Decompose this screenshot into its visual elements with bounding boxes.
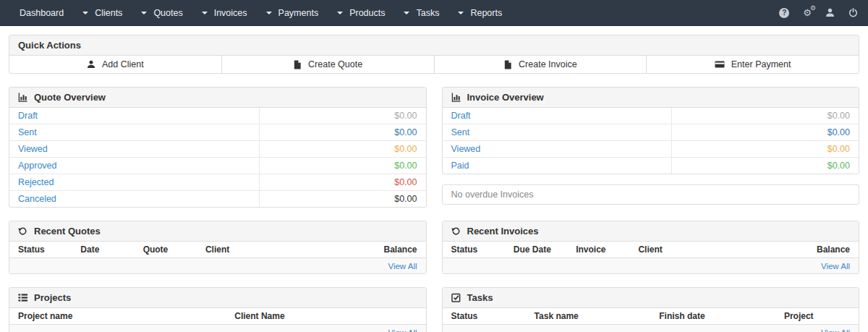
quote-status-amount: $0.00: [259, 174, 425, 190]
invoice-status-link-viewed[interactable]: Viewed: [443, 141, 672, 157]
column-header-project: Project: [775, 308, 859, 325]
caret-down-icon: [458, 12, 464, 14]
nav-label: Products: [349, 8, 385, 18]
invoice-overview-panel: Invoice Overview Draft $0.00 Sent $0.00 …: [442, 87, 860, 174]
panel-title: Invoice Overview: [467, 92, 544, 103]
recent-invoices-panel: Recent Invoices Status Due Date Invoice …: [442, 221, 860, 274]
settings-gears-icon[interactable]: ⚙ ⚙: [803, 7, 812, 19]
view-all-row: View All: [9, 258, 426, 274]
create-invoice-button[interactable]: Create Invoice: [435, 56, 647, 73]
create-quote-button[interactable]: Create Quote: [222, 56, 435, 73]
column-header-status: Status: [443, 242, 505, 258]
bar-chart-icon: [18, 93, 27, 102]
overview-row: Sent $0.00: [443, 124, 859, 140]
invoice-overview-cell: Invoice Overview Draft $0.00 Sent $0.00 …: [442, 87, 860, 205]
column-header-status: Status: [443, 308, 526, 325]
quote-status-link-canceled[interactable]: Canceled: [9, 191, 259, 207]
button-label: Add Client: [102, 59, 144, 69]
overview-row: Canceled $0.00: [9, 190, 426, 207]
column-header-client: Client: [197, 242, 363, 258]
quote-status-link-draft[interactable]: Draft: [9, 108, 259, 124]
quote-status-link-sent[interactable]: Sent: [9, 124, 259, 140]
overview-row: Viewed $0.00: [443, 140, 859, 157]
column-header-balance: Balance: [796, 242, 859, 258]
credit-card-icon: [715, 60, 725, 69]
button-label: Enter Payment: [731, 59, 791, 69]
view-all-row: View All: [9, 325, 426, 332]
overview-row: Draft $0.00: [443, 108, 859, 124]
nav-item-quotes[interactable]: Quotes: [132, 0, 192, 25]
nav-item-products[interactable]: Products: [328, 0, 394, 25]
nav-item-reports[interactable]: Reports: [448, 0, 511, 25]
help-icon[interactable]: ?: [779, 7, 789, 19]
view-all-projects-link[interactable]: View All: [388, 328, 417, 332]
history-icon: [18, 226, 27, 236]
invoice-overview-table: Draft $0.00 Sent $0.00 Viewed $0.00 Paid…: [443, 108, 859, 174]
quote-status-link-viewed[interactable]: Viewed: [9, 141, 259, 157]
column-header-quote: Quote: [135, 242, 197, 258]
overview-row: Paid $0.00: [443, 157, 859, 174]
quote-status-link-rejected[interactable]: Rejected: [9, 174, 259, 190]
person-icon: [87, 60, 95, 69]
panel-title: Quick Actions: [18, 40, 81, 51]
invoice-status-link-sent[interactable]: Sent: [443, 124, 672, 140]
caret-down-icon: [82, 12, 88, 14]
panels-grid: Quote Overview Draft $0.00 Sent $0.00 Vi…: [9, 87, 859, 332]
view-all-quotes-link[interactable]: View All: [388, 262, 417, 271]
power-icon[interactable]: [848, 7, 858, 19]
tasks-panel: Tasks Status Task name Finish date Proje…: [442, 287, 860, 332]
add-client-button[interactable]: Add Client: [9, 56, 222, 73]
list-icon: [18, 293, 27, 302]
projects-heading: Projects: [9, 288, 426, 308]
nav-item-payments[interactable]: Payments: [257, 0, 328, 25]
navbar-icon-group: ? ⚙ ⚙: [779, 7, 858, 19]
nav-item-dashboard[interactable]: Dashboard: [10, 0, 73, 25]
quote-overview-heading: Quote Overview: [9, 88, 426, 108]
recent-quotes-table: Status Date Quote Client Balance View Al…: [9, 242, 426, 273]
invoice-status-link-paid[interactable]: Paid: [443, 158, 672, 174]
nav-label: Invoices: [214, 8, 247, 18]
projects-table: Project name Client Name View All: [9, 308, 426, 332]
recent-invoices-table: Status Due Date Invoice Client Balance V…: [443, 242, 859, 273]
tasks-heading: Tasks: [443, 288, 859, 308]
invoice-status-amount: $0.00: [671, 158, 859, 174]
nav-label: Quotes: [153, 8, 182, 18]
quote-overview-panel: Quote Overview Draft $0.00 Sent $0.00 Vi…: [9, 87, 427, 208]
view-all-row: View All: [443, 325, 859, 332]
column-header-date: Date: [72, 242, 134, 258]
main-menu: Dashboard Clients Quotes Invoices Paymen…: [10, 0, 511, 25]
nav-item-clients[interactable]: Clients: [73, 0, 132, 25]
invoice-status-amount: $0.00: [671, 108, 859, 124]
view-all-row: View All: [443, 258, 859, 274]
quote-status-link-approved[interactable]: Approved: [9, 158, 259, 174]
panel-title: Tasks: [467, 292, 493, 303]
check-square-icon: [451, 293, 461, 302]
panel-title: Recent Quotes: [34, 226, 101, 237]
panel-title: Quote Overview: [34, 92, 106, 103]
question-glyph: ?: [779, 8, 789, 18]
nav-label: Dashboard: [20, 8, 64, 18]
history-icon: [451, 226, 461, 236]
recent-quotes-heading: Recent Quotes: [9, 221, 426, 242]
quick-actions-panel: Quick Actions Add Client Create Quote Cr…: [9, 35, 859, 74]
column-header-task-name: Task name: [526, 308, 651, 325]
nav-label: Clients: [95, 8, 122, 18]
column-header-status: Status: [9, 242, 72, 258]
user-icon[interactable]: [825, 7, 835, 19]
projects-panel: Projects Project name Client Name View A…: [9, 287, 427, 332]
column-header-finish-date: Finish date: [650, 308, 775, 325]
overview-row: Approved $0.00: [9, 157, 426, 174]
overview-row: Draft $0.00: [9, 108, 426, 124]
column-header-due-date: Due Date: [505, 242, 567, 258]
file-icon: [503, 60, 512, 69]
view-all-tasks-link[interactable]: View All: [821, 328, 850, 332]
button-label: Create Invoice: [519, 59, 577, 69]
nav-item-invoices[interactable]: Invoices: [192, 0, 257, 25]
invoice-status-link-draft[interactable]: Draft: [443, 108, 672, 124]
overdue-notice: No overdue Invoices: [442, 184, 860, 205]
quote-overview-table: Draft $0.00 Sent $0.00 Viewed $0.00 Appr…: [9, 108, 426, 207]
panel-title: Projects: [34, 292, 71, 303]
view-all-invoices-link[interactable]: View All: [821, 262, 850, 271]
enter-payment-button[interactable]: Enter Payment: [647, 56, 859, 73]
nav-item-tasks[interactable]: Tasks: [394, 0, 448, 25]
